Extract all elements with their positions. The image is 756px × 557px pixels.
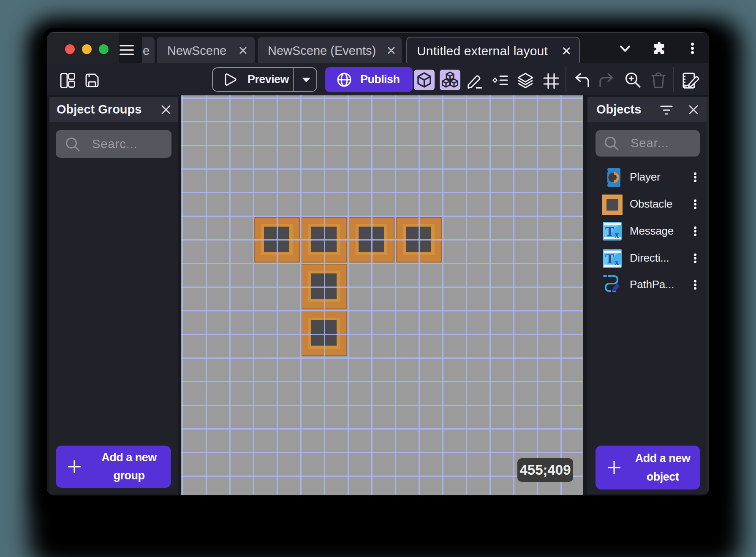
svg-text:T: T bbox=[605, 224, 614, 239]
svg-text:x: x bbox=[615, 257, 619, 267]
svg-text:x: x bbox=[615, 230, 619, 240]
svg-text:T: T bbox=[605, 251, 614, 266]
